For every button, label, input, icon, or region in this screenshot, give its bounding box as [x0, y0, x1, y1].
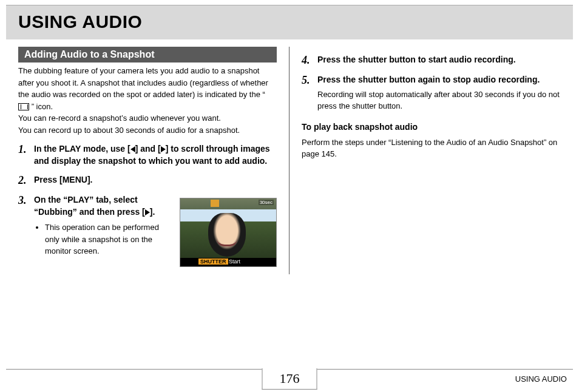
step-number: 1.: [18, 143, 34, 167]
illus-face: [208, 213, 246, 257]
content-area: Adding Audio to a Snapshot The dubbing f…: [6, 47, 573, 274]
footer-section-label: USING AUDIO: [515, 374, 567, 384]
step-4-title: Press the shutter button to start audio …: [317, 54, 561, 66]
playback-text: Perform the steps under “Listening to th…: [302, 137, 561, 160]
illus-top-bar: 30sec: [180, 198, 276, 209]
step-1: 1. In the PLAY mode, use [] and [] to sc…: [18, 143, 277, 167]
step-3-text-a: On the “PLAY” tab, select “Dubbing” and …: [34, 195, 145, 217]
intro-line1b: ” icon.: [32, 102, 53, 111]
step-number: 3.: [18, 194, 34, 267]
illus-start-label: Start: [229, 259, 240, 265]
intro-text: The dubbing feature of your camera lets …: [18, 65, 277, 136]
step-1-title: In the PLAY mode, use [] and [] to scrol…: [34, 143, 277, 167]
page-number: 176: [262, 368, 317, 390]
step-3-bullet: This operation can be performed only whi…: [45, 221, 170, 257]
step-number: 5.: [302, 74, 317, 112]
step-2-title: Press [MENU].: [34, 174, 277, 186]
intro-line2: You can re-record a snapshot’s audio whe…: [18, 113, 221, 123]
left-column: Adding Audio to a Snapshot The dubbing f…: [6, 47, 290, 274]
section-heading: Adding Audio to a Snapshot: [18, 47, 277, 63]
illus-shutter-label: SHUTTER: [198, 259, 228, 265]
step-2: 2. Press [MENU].: [18, 174, 277, 187]
step-1-text-b: ] and [: [135, 144, 161, 154]
right-column: 4. Press the shutter button to start aud…: [290, 47, 573, 274]
page-footer: 176 USING AUDIO: [6, 369, 573, 392]
intro-line3: You can record up to about 30 seconds of…: [18, 126, 240, 135]
page-header: USING AUDIO: [6, 5, 573, 39]
camera-screen-illustration: 30sec SHUTTER Start: [180, 198, 277, 267]
step-4: 4. Press the shutter button to start aud…: [302, 54, 561, 67]
illus-bottom-bar: SHUTTER Start: [180, 258, 276, 266]
playback-heading: To play back snapshot audio: [302, 122, 561, 132]
step-number: 2.: [18, 174, 34, 187]
audio-snapshot-icon: [18, 103, 29, 110]
step-3: 3. On the “PLAY” tab, select “Dubbing” a…: [18, 194, 277, 267]
right-arrow-icon: [145, 209, 150, 215]
step-number: 4.: [302, 54, 317, 67]
right-arrow-icon: [161, 146, 166, 152]
step-1-text-a: In the PLAY mode, use [: [34, 144, 130, 154]
step-5-title: Press the shutter button again to stop a…: [317, 74, 561, 86]
step-5: 5. Press the shutter button again to sto…: [302, 74, 561, 112]
page-title: USING AUDIO: [18, 12, 561, 32]
step-5-note: Recording will stop automatically after …: [317, 89, 561, 112]
step-3-title: On the “PLAY” tab, select “Dubbing” and …: [34, 194, 170, 218]
illus-time-label: 30sec: [259, 200, 274, 205]
steps-list-right: 4. Press the shutter button to start aud…: [302, 54, 561, 112]
left-arrow-icon: [130, 146, 135, 152]
intro-line1a: The dubbing feature of your camera lets …: [18, 66, 268, 99]
step-3-notes: This operation can be performed only whi…: [45, 221, 170, 257]
steps-list-left: 1. In the PLAY mode, use [] and [] to sc…: [18, 143, 277, 267]
step-3-text-b: ].: [150, 207, 155, 217]
illus-tag-icon: [211, 200, 219, 207]
